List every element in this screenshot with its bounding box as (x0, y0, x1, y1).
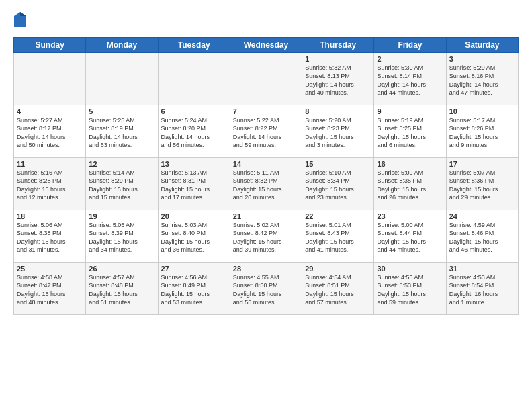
day-info: Sunrise: 5:22 AM Sunset: 8:22 PM Dayligh… (233, 116, 299, 150)
day-info: Sunrise: 5:29 AM Sunset: 8:16 PM Dayligh… (449, 64, 515, 97)
calendar-cell: 23Sunrise: 5:00 AM Sunset: 8:44 PM Dayli… (374, 210, 446, 262)
day-info: Sunrise: 5:01 AM Sunset: 8:43 PM Dayligh… (305, 221, 371, 255)
logo (13, 12, 26, 30)
weekday-header-row: SundayMondayTuesdayWednesdayThursdayFrid… (14, 37, 519, 52)
weekday-sunday: Sunday (14, 37, 86, 52)
week-row-5: 25Sunrise: 4:58 AM Sunset: 8:47 PM Dayli… (14, 262, 519, 314)
day-info: Sunrise: 4:56 AM Sunset: 8:49 PM Dayligh… (161, 273, 227, 307)
day-number: 23 (377, 212, 443, 220)
day-number: 2 (377, 55, 443, 63)
weekday-wednesday: Wednesday (230, 37, 302, 52)
day-number: 24 (449, 212, 515, 220)
day-number: 28 (233, 265, 299, 273)
day-number: 15 (305, 160, 371, 168)
calendar-cell: 20Sunrise: 5:03 AM Sunset: 8:40 PM Dayli… (158, 210, 230, 262)
day-number: 7 (233, 107, 299, 116)
day-number: 21 (233, 212, 299, 220)
day-number: 18 (17, 212, 83, 220)
calendar-cell (230, 52, 302, 105)
header (13, 12, 519, 30)
day-info: Sunrise: 5:06 AM Sunset: 8:38 PM Dayligh… (17, 221, 83, 255)
day-number: 9 (377, 107, 443, 116)
day-info: Sunrise: 4:59 AM Sunset: 8:46 PM Dayligh… (449, 221, 515, 255)
day-info: Sunrise: 5:14 AM Sunset: 8:29 PM Dayligh… (89, 169, 154, 202)
svg-marker-1 (20, 12, 26, 16)
day-number: 8 (305, 107, 371, 116)
calendar-cell: 26Sunrise: 4:57 AM Sunset: 8:48 PM Dayli… (86, 262, 158, 314)
calendar-cell: 17Sunrise: 5:07 AM Sunset: 8:36 PM Dayli… (446, 157, 518, 210)
day-info: Sunrise: 5:00 AM Sunset: 8:44 PM Dayligh… (377, 221, 443, 255)
day-info: Sunrise: 5:19 AM Sunset: 8:25 PM Dayligh… (377, 116, 443, 150)
calendar-cell: 21Sunrise: 5:02 AM Sunset: 8:42 PM Dayli… (230, 210, 302, 262)
weekday-thursday: Thursday (302, 37, 374, 52)
day-info: Sunrise: 5:13 AM Sunset: 8:31 PM Dayligh… (161, 169, 227, 202)
calendar-cell: 12Sunrise: 5:14 AM Sunset: 8:29 PM Dayli… (86, 157, 158, 210)
day-number: 19 (89, 212, 154, 220)
week-row-3: 11Sunrise: 5:16 AM Sunset: 8:28 PM Dayli… (14, 157, 519, 210)
weekday-saturday: Saturday (446, 37, 518, 52)
day-number: 5 (89, 107, 154, 116)
calendar-cell: 28Sunrise: 4:55 AM Sunset: 8:50 PM Dayli… (230, 262, 302, 314)
day-number: 30 (377, 265, 443, 273)
day-info: Sunrise: 5:30 AM Sunset: 8:14 PM Dayligh… (377, 64, 443, 97)
calendar-cell: 31Sunrise: 4:53 AM Sunset: 8:54 PM Dayli… (446, 262, 518, 314)
day-info: Sunrise: 5:20 AM Sunset: 8:23 PM Dayligh… (305, 116, 371, 150)
day-number: 22 (305, 212, 371, 220)
calendar-cell: 19Sunrise: 5:05 AM Sunset: 8:39 PM Dayli… (86, 210, 158, 262)
calendar-cell: 16Sunrise: 5:09 AM Sunset: 8:35 PM Dayli… (374, 157, 446, 210)
day-info: Sunrise: 5:25 AM Sunset: 8:19 PM Dayligh… (89, 116, 154, 150)
day-number: 1 (305, 55, 371, 63)
day-number: 25 (17, 265, 83, 273)
calendar-cell: 4Sunrise: 5:27 AM Sunset: 8:17 PM Daylig… (14, 105, 86, 157)
day-number: 17 (449, 160, 515, 168)
day-number: 4 (17, 107, 83, 116)
day-number: 31 (449, 265, 515, 273)
day-info: Sunrise: 5:03 AM Sunset: 8:40 PM Dayligh… (161, 221, 227, 255)
weekday-monday: Monday (86, 37, 158, 52)
day-info: Sunrise: 4:54 AM Sunset: 8:51 PM Dayligh… (305, 273, 371, 307)
day-info: Sunrise: 5:11 AM Sunset: 8:32 PM Dayligh… (233, 169, 299, 202)
day-info: Sunrise: 4:53 AM Sunset: 8:53 PM Dayligh… (377, 273, 443, 307)
day-info: Sunrise: 4:53 AM Sunset: 8:54 PM Dayligh… (449, 273, 515, 307)
day-number: 13 (161, 160, 227, 168)
day-number: 3 (449, 55, 515, 63)
day-number: 14 (233, 160, 299, 168)
week-row-1: 1Sunrise: 5:32 AM Sunset: 8:13 PM Daylig… (14, 52, 519, 105)
calendar: SundayMondayTuesdayWednesdayThursdayFrid… (13, 37, 519, 315)
calendar-cell: 6Sunrise: 5:24 AM Sunset: 8:20 PM Daylig… (158, 105, 230, 157)
day-info: Sunrise: 5:16 AM Sunset: 8:28 PM Dayligh… (17, 169, 83, 202)
calendar-cell: 14Sunrise: 5:11 AM Sunset: 8:32 PM Dayli… (230, 157, 302, 210)
day-info: Sunrise: 5:02 AM Sunset: 8:42 PM Dayligh… (233, 221, 299, 255)
day-number: 11 (17, 160, 83, 168)
calendar-cell: 22Sunrise: 5:01 AM Sunset: 8:43 PM Dayli… (302, 210, 374, 262)
day-info: Sunrise: 5:07 AM Sunset: 8:36 PM Dayligh… (449, 169, 515, 202)
calendar-cell: 1Sunrise: 5:32 AM Sunset: 8:13 PM Daylig… (302, 52, 374, 105)
day-number: 27 (161, 265, 227, 273)
calendar-cell: 24Sunrise: 4:59 AM Sunset: 8:46 PM Dayli… (446, 210, 518, 262)
day-info: Sunrise: 4:58 AM Sunset: 8:47 PM Dayligh… (17, 273, 83, 307)
calendar-cell: 2Sunrise: 5:30 AM Sunset: 8:14 PM Daylig… (374, 52, 446, 105)
page: SundayMondayTuesdayWednesdayThursdayFrid… (0, 0, 532, 411)
calendar-cell: 29Sunrise: 4:54 AM Sunset: 8:51 PM Dayli… (302, 262, 374, 314)
day-info: Sunrise: 5:09 AM Sunset: 8:35 PM Dayligh… (377, 169, 443, 202)
day-number: 20 (161, 212, 227, 220)
calendar-cell: 9Sunrise: 5:19 AM Sunset: 8:25 PM Daylig… (374, 105, 446, 157)
calendar-cell: 3Sunrise: 5:29 AM Sunset: 8:16 PM Daylig… (446, 52, 518, 105)
calendar-cell: 5Sunrise: 5:25 AM Sunset: 8:19 PM Daylig… (86, 105, 158, 157)
calendar-cell: 10Sunrise: 5:17 AM Sunset: 8:26 PM Dayli… (446, 105, 518, 157)
calendar-cell (86, 52, 158, 105)
day-number: 29 (305, 265, 371, 273)
calendar-cell: 30Sunrise: 4:53 AM Sunset: 8:53 PM Dayli… (374, 262, 446, 314)
calendar-cell: 11Sunrise: 5:16 AM Sunset: 8:28 PM Dayli… (14, 157, 86, 210)
day-number: 6 (161, 107, 227, 116)
calendar-cell (158, 52, 230, 105)
calendar-cell: 7Sunrise: 5:22 AM Sunset: 8:22 PM Daylig… (230, 105, 302, 157)
weekday-friday: Friday (374, 37, 446, 52)
logo-icon (14, 12, 26, 27)
calendar-cell: 18Sunrise: 5:06 AM Sunset: 8:38 PM Dayli… (14, 210, 86, 262)
day-number: 26 (89, 265, 154, 273)
weekday-tuesday: Tuesday (158, 37, 230, 52)
week-row-4: 18Sunrise: 5:06 AM Sunset: 8:38 PM Dayli… (14, 210, 519, 262)
calendar-cell (14, 52, 86, 105)
day-info: Sunrise: 5:27 AM Sunset: 8:17 PM Dayligh… (17, 116, 83, 150)
